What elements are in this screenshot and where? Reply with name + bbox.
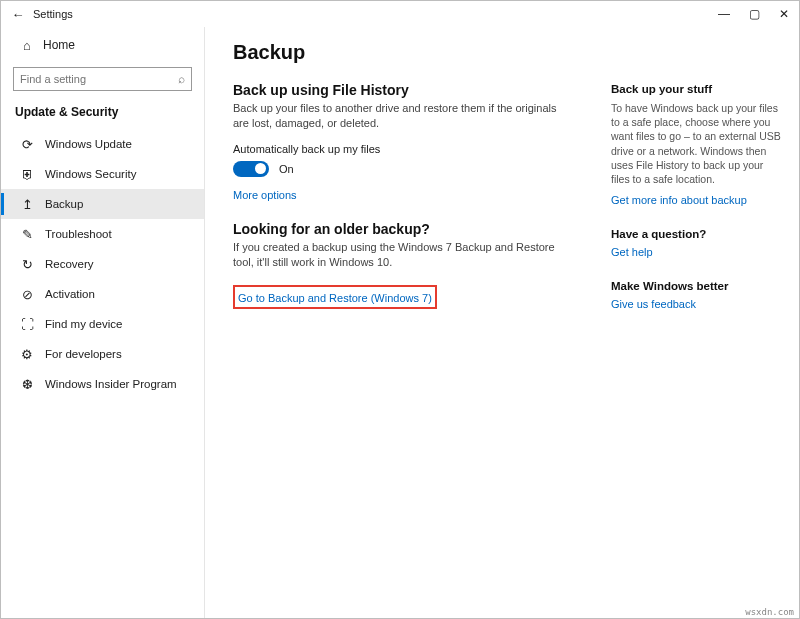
sidebar-item-windows-update[interactable]: ⟳Windows Update [1, 129, 204, 159]
home-icon: ⌂ [19, 38, 35, 53]
right-rail: Back up your stuff To have Windows back … [611, 41, 781, 618]
file-history-desc: Back up your files to another drive and … [233, 101, 573, 131]
close-button[interactable]: ✕ [769, 1, 799, 27]
older-backup-heading: Looking for an older backup? [233, 221, 611, 237]
sidebar-item-find-my-device[interactable]: ⛶Find my device [1, 309, 204, 339]
sidebar-item-recovery[interactable]: ↻Recovery [1, 249, 204, 279]
search-input[interactable] [20, 73, 178, 85]
minimize-button[interactable]: — [709, 1, 739, 27]
backup-restore-win7-link[interactable]: Go to Backup and Restore (Windows 7) [238, 292, 432, 304]
wrench-icon: ✎ [19, 227, 35, 242]
backup-icon: ↥ [19, 197, 35, 212]
auto-backup-toggle[interactable] [233, 161, 269, 177]
rail-backup-heading: Back up your stuff [611, 83, 781, 95]
auto-backup-label: Automatically back up my files [233, 143, 611, 155]
sidebar: ⌂ Home ⌕ Update & Security ⟳Windows Upda… [1, 27, 205, 618]
main-content: Backup Back up using File History Back u… [233, 41, 611, 618]
toggle-state: On [279, 163, 294, 175]
history-icon: ↻ [19, 257, 35, 272]
rail-get-help-link[interactable]: Get help [611, 246, 653, 258]
sidebar-item-windows-security[interactable]: ⛨Windows Security [1, 159, 204, 189]
rail-backup-text: To have Windows back up your files to a … [611, 101, 781, 186]
insider-icon: ❆ [19, 377, 35, 392]
sync-icon: ⟳ [19, 137, 35, 152]
back-button[interactable]: ← [7, 7, 29, 22]
sidebar-item-troubleshoot[interactable]: ✎Troubleshoot [1, 219, 204, 249]
sidebar-item-windows-insider[interactable]: ❆Windows Insider Program [1, 369, 204, 399]
home-label: Home [43, 38, 75, 52]
rail-feedback-link[interactable]: Give us feedback [611, 298, 696, 310]
titlebar: ← Settings — ▢ ✕ [1, 1, 799, 27]
check-icon: ⊘ [19, 287, 35, 302]
page-title: Backup [233, 41, 611, 64]
sidebar-home[interactable]: ⌂ Home [1, 31, 204, 59]
dev-icon: ⚙ [19, 347, 35, 362]
maximize-button[interactable]: ▢ [739, 1, 769, 27]
find-icon: ⛶ [19, 317, 35, 332]
rail-backup-link[interactable]: Get more info about backup [611, 194, 747, 206]
sidebar-item-activation[interactable]: ⊘Activation [1, 279, 204, 309]
older-backup-desc: If you created a backup using the Window… [233, 240, 573, 270]
window-title: Settings [33, 8, 73, 20]
highlight-box: Go to Backup and Restore (Windows 7) [233, 285, 437, 309]
more-options-link[interactable]: More options [233, 189, 297, 201]
search-box[interactable]: ⌕ [13, 67, 192, 91]
sidebar-item-backup[interactable]: ↥Backup [1, 189, 204, 219]
shield-icon: ⛨ [19, 167, 35, 182]
rail-question-heading: Have a question? [611, 228, 781, 240]
file-history-heading: Back up using File History [233, 82, 611, 98]
sidebar-category: Update & Security [1, 101, 204, 129]
rail-feedback-heading: Make Windows better [611, 280, 781, 292]
search-icon: ⌕ [178, 72, 185, 86]
sidebar-item-for-developers[interactable]: ⚙For developers [1, 339, 204, 369]
watermark: wsxdn.com [745, 607, 794, 617]
